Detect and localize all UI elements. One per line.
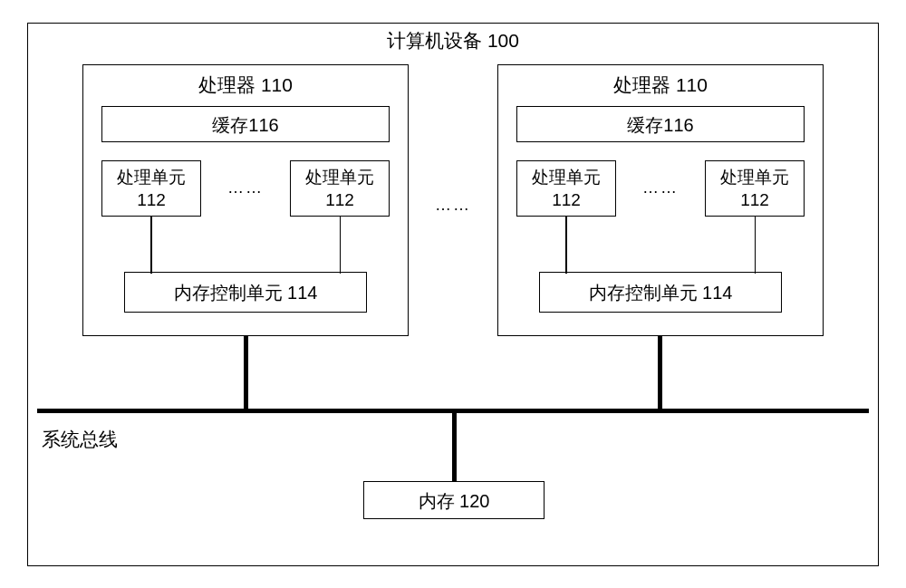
- connector-line: [565, 217, 567, 274]
- processor-box-right: 处理器 110 缓存116 处理单元 112 …… 处理单元 112 内存控制单…: [497, 64, 824, 336]
- system-bus-label: 系统总线: [42, 427, 118, 452]
- connector-line: [755, 217, 757, 274]
- memory-control-unit-box: 内存控制单元 114: [124, 272, 367, 313]
- processor-title: 处理器 110: [498, 72, 823, 98]
- connector-line: [150, 217, 152, 274]
- memory-control-unit-box: 内存控制单元 114: [539, 272, 782, 313]
- processing-unit-label: 处理单元: [305, 168, 374, 187]
- computer-device-box: 计算机设备 100 处理器 110 缓存116 处理单元 112 …… 处理单元…: [27, 23, 879, 566]
- memory-box: 内存 120: [363, 481, 545, 519]
- cache-box: 缓存116: [516, 106, 805, 142]
- processing-unit-label: 处理单元: [720, 168, 789, 187]
- cache-box: 缓存116: [101, 106, 390, 142]
- processing-unit-box: 处理单元 112: [705, 160, 805, 217]
- bus-connector-left: [244, 336, 248, 409]
- processing-unit-number: 112: [740, 190, 769, 209]
- bus-connector-memory: [452, 413, 457, 481]
- processor-title: 处理器 110: [83, 72, 408, 98]
- bus-connector-right: [658, 336, 662, 409]
- computer-device-title: 计算机设备 100: [28, 28, 878, 53]
- connector-line: [340, 217, 342, 274]
